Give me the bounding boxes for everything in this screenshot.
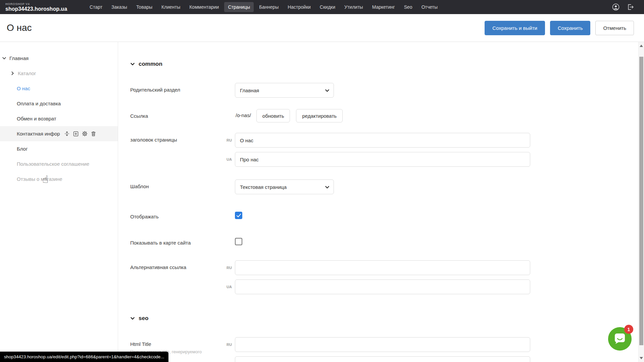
tree-item-otzyvy-o-magazine[interactable]: Отзывы о магазине bbox=[0, 171, 118, 187]
nav-item-reports[interactable]: Отчеты bbox=[418, 2, 441, 12]
alt-link-ua-input[interactable] bbox=[235, 279, 530, 294]
drag-move-icon[interactable] bbox=[64, 131, 70, 137]
logout-icon[interactable] bbox=[627, 3, 634, 11]
chevron-right-icon[interactable] bbox=[10, 71, 15, 75]
parent-section-select[interactable]: Главная bbox=[235, 83, 334, 98]
field-html-title: Html Title Полная замена title, генериру… bbox=[130, 337, 644, 362]
nav-item-products[interactable]: Товары bbox=[133, 2, 156, 12]
field-label: Отображать bbox=[130, 210, 235, 219]
page-title-ru-input[interactable] bbox=[235, 133, 530, 148]
tree-item-label: Обмен и возврат bbox=[17, 116, 56, 121]
save-and-exit-button[interactable]: Сохранить и выйти bbox=[485, 21, 545, 35]
nav-item-seo[interactable]: Seo bbox=[400, 2, 416, 12]
pages-tree-sidebar: Главная Каталог О нас Оплата и доставка … bbox=[0, 42, 118, 362]
select-value: Текстовая страница bbox=[240, 184, 287, 190]
nav-item-settings[interactable]: Настройки bbox=[284, 2, 314, 12]
lang-tag-ua: UA bbox=[216, 356, 235, 362]
section-title: seo bbox=[139, 315, 148, 322]
scroll-up-arrow[interactable] bbox=[640, 45, 643, 47]
lang-tag-ru: RU bbox=[216, 260, 235, 270]
sitemap-checkbox[interactable] bbox=[235, 238, 242, 245]
nav-item-comments[interactable]: Комментарии bbox=[186, 2, 222, 12]
select-value: Главная bbox=[240, 88, 259, 93]
tree-item-label: Отзывы о магазине bbox=[17, 176, 62, 182]
tree-item-polzovatelskoe-soglashenie[interactable]: Пользовательское соглашение bbox=[0, 156, 118, 171]
field-label: заголовок страницы bbox=[130, 133, 216, 143]
page-header: О нас Сохранить и выйти Сохранить Отмени… bbox=[0, 14, 644, 42]
account-icon[interactable] bbox=[612, 3, 620, 11]
tree-item-label: Оплата и доставка bbox=[17, 101, 61, 106]
chevron-down-icon bbox=[130, 62, 135, 66]
tree-item-actions bbox=[64, 131, 96, 137]
field-parent-section: Родительский раздел Главная bbox=[130, 83, 644, 98]
display-checkbox[interactable] bbox=[235, 212, 242, 219]
cancel-button[interactable]: Отменить bbox=[595, 21, 634, 35]
chat-widget-button[interactable]: 1 bbox=[608, 327, 632, 351]
tree-item-oplata-i-dostavka[interactable]: Оплата и доставка bbox=[0, 96, 118, 111]
field-label: Ссылка bbox=[130, 109, 235, 119]
tree-item-kontaktnaya-infor[interactable]: Контактная инфор bbox=[0, 126, 118, 141]
field-label: Альтернативная ссылка bbox=[130, 260, 216, 270]
field-template: Шаблон Текстовая страница bbox=[130, 179, 644, 194]
nav-item-pages[interactable]: Страницы bbox=[224, 2, 254, 12]
section-common[interactable]: common bbox=[130, 61, 644, 67]
tree-item-blog[interactable]: Блог bbox=[0, 141, 118, 156]
tree-item-label: Каталог bbox=[18, 70, 36, 76]
edit-link-button[interactable]: редактировать bbox=[296, 109, 343, 122]
chevron-down-icon[interactable] bbox=[2, 56, 6, 60]
lang-tag-ru: RU bbox=[216, 337, 235, 347]
field-display: Отображать bbox=[130, 210, 644, 219]
scroll-down-arrow[interactable] bbox=[640, 357, 643, 359]
html-title-ru-input[interactable] bbox=[235, 337, 530, 352]
chevron-down-icon bbox=[130, 316, 135, 321]
nav-item-marketing[interactable]: Маркетинг bbox=[368, 2, 399, 12]
section-title: common bbox=[139, 61, 162, 67]
tree-item-obmen-i-vozvrat[interactable]: Обмен и возврат bbox=[0, 111, 118, 126]
template-select[interactable]: Текстовая страница bbox=[235, 179, 334, 194]
nav-item-clients[interactable]: Клиенты bbox=[158, 2, 184, 12]
chat-notification-badge: 1 bbox=[624, 325, 633, 334]
field-label: Показывать в карте сайта bbox=[130, 236, 235, 246]
section-seo[interactable]: seo bbox=[130, 315, 644, 322]
app-window: HOROSHOP V4 shop34423.horoshop.ua Старт … bbox=[0, 0, 644, 362]
tree-item-label: Главная bbox=[9, 55, 29, 61]
add-page-icon[interactable] bbox=[73, 131, 79, 137]
tree-item-label: О нас bbox=[17, 86, 30, 91]
nav-item-utilities[interactable]: Утилиты bbox=[341, 2, 367, 12]
link-path-text: /o-nas/ bbox=[235, 109, 256, 118]
alt-link-ru-input[interactable] bbox=[235, 260, 530, 275]
html-title-ua-input[interactable] bbox=[235, 356, 530, 362]
field-label: Родительский раздел bbox=[130, 83, 235, 93]
chevron-down-icon bbox=[325, 88, 330, 94]
nav-item-orders[interactable]: Заказы bbox=[108, 2, 131, 12]
tree-item-o-nas[interactable]: О нас bbox=[0, 81, 118, 96]
lang-tag-ua: UA bbox=[216, 152, 235, 161]
brand-logo[interactable]: HOROSHOP V4 shop34423.horoshop.ua bbox=[5, 3, 67, 12]
tree-item-katalog[interactable]: Каталог bbox=[0, 66, 118, 81]
page-title: О нас bbox=[7, 22, 32, 33]
nav-item-start[interactable]: Старт bbox=[86, 2, 106, 12]
brand-version: HOROSHOP V4 bbox=[5, 3, 67, 6]
refresh-link-button[interactable]: обновить bbox=[256, 109, 290, 122]
page-title-ua-input[interactable] bbox=[235, 152, 530, 167]
field-label: Html Title bbox=[130, 341, 216, 347]
nav-item-discounts[interactable]: Скидки bbox=[316, 2, 339, 12]
main-nav: Старт Заказы Товары Клиенты Комментарии … bbox=[86, 2, 441, 12]
tree-item-label: Пользовательское соглашение bbox=[17, 161, 89, 167]
settings-gear-icon[interactable] bbox=[82, 131, 88, 137]
chat-bubble-icon bbox=[613, 333, 626, 345]
nav-item-banners[interactable]: Баннеры bbox=[255, 2, 282, 12]
delete-trash-icon[interactable] bbox=[91, 131, 96, 137]
page-edit-form: common Родительский раздел Главная Ссылк… bbox=[118, 42, 644, 362]
lang-tag-ua: UA bbox=[216, 279, 235, 289]
vertical-scrollbar[interactable] bbox=[638, 42, 644, 362]
brand-domain: shop34423.horoshop.ua bbox=[5, 6, 67, 12]
tree-item-label: Контактная инфор bbox=[17, 131, 60, 137]
field-page-title: заголовок страницы RU UA bbox=[130, 133, 644, 167]
save-button[interactable]: Сохранить bbox=[550, 21, 591, 35]
lang-tag-ru: RU bbox=[216, 133, 235, 142]
field-alt-link: Альтернативная ссылка RU UA bbox=[130, 260, 644, 294]
tree-item-label: Блог bbox=[17, 146, 28, 152]
tree-item-glavnaya[interactable]: Главная bbox=[0, 51, 118, 66]
scrollbar-thumb[interactable] bbox=[639, 57, 643, 345]
